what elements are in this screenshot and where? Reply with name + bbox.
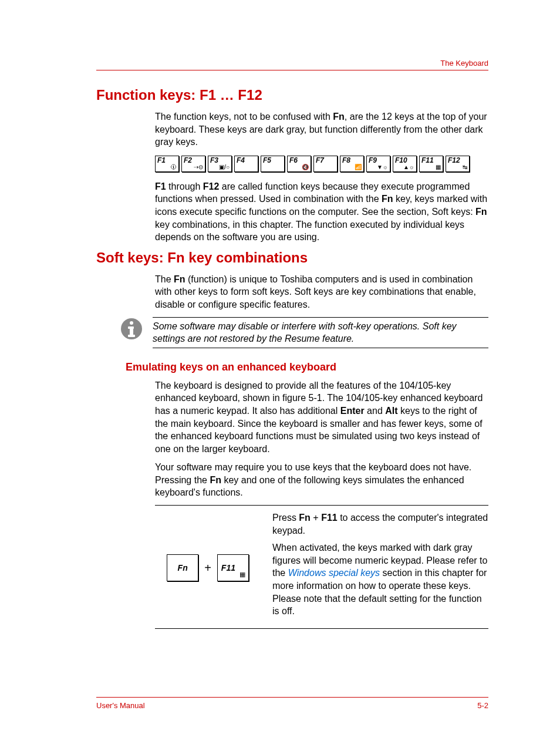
fn-bold: Fn — [333, 112, 345, 122]
emulating-para2: Your software may require you to use key… — [155, 461, 488, 499]
page-footer: User's Manual 5-2 — [96, 697, 488, 710]
combo-description: Press Fn + F11 to access the computer's … — [272, 511, 488, 622]
footer-rule — [96, 697, 488, 698]
f11-key-icon: F11 ▦ — [217, 554, 249, 581]
f6-key-icon: F6🔇 — [287, 156, 311, 172]
info-note-text: Some software may disable or interfere w… — [153, 317, 488, 348]
section-title-function-keys: Function keys: F1 … F12 — [96, 87, 488, 103]
footer-page-number: 5-2 — [477, 701, 488, 710]
page-header-label: The Keyboard — [96, 59, 488, 68]
f5-key-icon: F5 — [261, 156, 285, 172]
fn-bold: Fn — [475, 207, 487, 217]
emulating-para1: The keyboard is designed to provide all … — [155, 379, 488, 456]
f9-key-icon: F9▼☼ — [366, 156, 390, 172]
f1-bold: F1 — [155, 181, 166, 191]
enter-bold: Enter — [340, 406, 365, 416]
fn-bold: Fn — [382, 194, 393, 204]
f4-key-icon: F4 — [234, 156, 258, 172]
info-note: Some software may disable or interfere w… — [120, 317, 488, 348]
f11-key-icon: F11▦ — [419, 156, 443, 172]
windows-special-keys-link[interactable]: Windows special keys — [288, 568, 380, 578]
function-key-row-figure: F1🛈 F2⇢⊝ F3▣/○ F4 F5 F6🔇 F7 F8📶 F9▼☼ F10… — [155, 156, 488, 172]
f3-key-icon: F3▣/○ — [208, 156, 232, 172]
footer-left: User's Manual — [96, 701, 145, 710]
section-title-soft-keys: Soft keys: Fn key combinations — [96, 250, 488, 266]
key-combo-figure: Fn + F11 ▦ — [155, 511, 261, 622]
fkeys-intro: The function keys, not to be confused wi… — [155, 110, 488, 149]
fkeys-para2: F1 through F12 are called function keys … — [155, 180, 488, 244]
table-row: Fn + F11 ▦ Press Fn + F11 to access the … — [155, 506, 488, 628]
svg-rect-3 — [128, 326, 134, 329]
alt-bold: Alt — [385, 406, 397, 416]
f10-key-icon: F10▲☼ — [393, 156, 417, 172]
subsection-title-emulating: Emulating keys on an enhanced keyboard — [126, 361, 488, 373]
softkeys-para1: The Fn (function) is unique to Toshiba c… — [155, 273, 488, 311]
fn-bold: Fn — [299, 513, 311, 523]
f8-key-icon: F8📶 — [340, 156, 364, 172]
fn-bold: Fn — [210, 475, 221, 485]
svg-point-1 — [130, 321, 133, 325]
fn-combo-table: Fn + F11 ▦ Press Fn + F11 to access the … — [155, 505, 488, 629]
header-rule — [96, 70, 488, 70]
f12-key-icon: F12↹ — [446, 156, 470, 172]
svg-rect-4 — [128, 335, 135, 337]
fn-key-icon: Fn — [167, 554, 198, 581]
text: The function keys, not to be confused wi… — [155, 112, 333, 122]
plus-icon: + — [204, 561, 211, 575]
f2-key-icon: F2⇢⊝ — [181, 156, 205, 172]
info-icon — [120, 317, 143, 341]
f1-key-icon: F1🛈 — [155, 156, 179, 172]
f12-bold: F12 — [203, 181, 220, 191]
fn-bold: Fn — [174, 274, 185, 284]
f7-key-icon: F7 — [313, 156, 338, 172]
f11-bold: F11 — [321, 513, 338, 523]
